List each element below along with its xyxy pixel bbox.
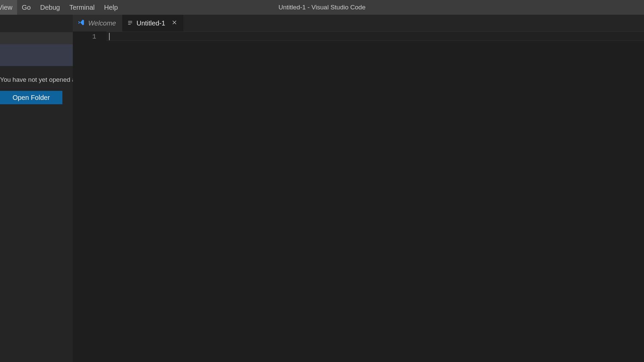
line-number-gutter: 1 (73, 32, 106, 362)
window-title: Untitled-1 - Visual Studio Code (278, 4, 365, 11)
tab-untitled-1[interactable]: Untitled-1 (122, 15, 183, 32)
file-icon (127, 20, 133, 27)
menu-debug[interactable]: Debug (36, 0, 65, 15)
editor-tabs: Welcome Untitled-1 (73, 15, 644, 32)
menu-terminal[interactable]: Terminal (65, 0, 100, 15)
vscode-icon (77, 19, 85, 27)
menu-view[interactable]: View (0, 0, 17, 15)
sidebar-no-folder-message: You have not yet opened a folder. (0, 76, 73, 83)
tab-welcome[interactable]: Welcome (73, 15, 122, 32)
editor-body[interactable]: 1 (73, 32, 644, 362)
open-folder-button[interactable]: Open Folder (0, 91, 62, 104)
editor-area: Welcome Untitled-1 (73, 15, 644, 362)
sidebar-section-no-folder[interactable] (0, 44, 73, 66)
menu-go[interactable]: Go (17, 0, 36, 15)
editor-text-area[interactable] (106, 32, 644, 362)
sidebar-body: You have not yet opened a folder. Open F… (0, 66, 73, 362)
sidebar-explorer: You have not yet opened a folder. Open F… (0, 15, 73, 362)
title-bar: View Go Debug Terminal Help Untitled-1 -… (0, 0, 644, 15)
tab-label: Untitled-1 (137, 19, 165, 27)
close-icon[interactable] (172, 20, 177, 26)
sidebar-header (0, 15, 73, 32)
tab-label: Welcome (88, 19, 116, 27)
line-number: 1 (73, 33, 96, 41)
workbench: You have not yet opened a folder. Open F… (0, 15, 644, 362)
sidebar-section-open-editors[interactable] (0, 32, 73, 44)
menu-help[interactable]: Help (99, 0, 122, 15)
menu-bar: View Go Debug Terminal Help (0, 0, 122, 15)
